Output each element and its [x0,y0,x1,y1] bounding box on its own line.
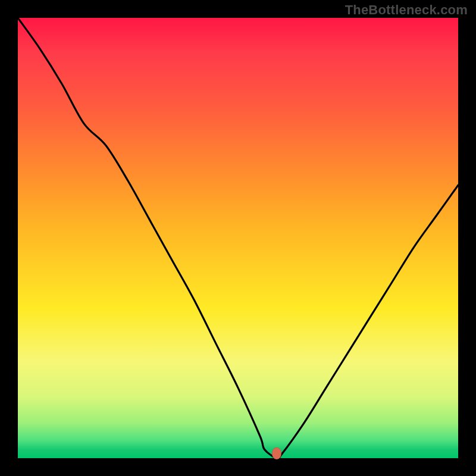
chart-frame: TheBottleneck.com [0,0,476,476]
watermark-text: TheBottleneck.com [345,2,468,18]
curve-svg [18,18,458,458]
plot-area [18,18,458,458]
optimal-marker [272,447,281,459]
bottleneck-curve-path [18,18,458,458]
